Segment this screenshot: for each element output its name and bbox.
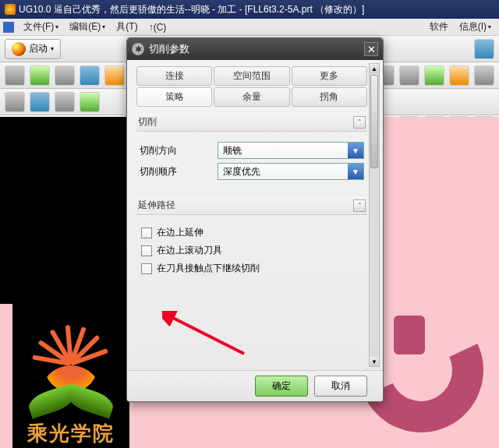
checkbox-icon (141, 263, 152, 274)
section-extend-title: 延伸路径 (138, 199, 175, 212)
cut-direction-select[interactable]: 顺铣 ▼ (218, 142, 364, 159)
menubar: 文件(F)▾ 编辑(E)▾ 具(T) ↑(C) 软件 信息(I)▾ (0, 19, 499, 36)
dialog-footer: 确定 取消 (127, 370, 383, 401)
scroll-thumb[interactable] (370, 75, 378, 168)
menu-software[interactable]: 软件 (425, 19, 453, 35)
cut-order-select[interactable]: 深度优先 ▼ (218, 163, 364, 180)
cutting-params-dialog: ✱ 切削参数 ✕ ▲ ▼ 连接 空间范围 更多 策略 余量 拐角 切削 ˄ (126, 37, 384, 402)
extend-on-edge-label: 在边上延伸 (157, 226, 203, 239)
extend-on-edge-checkbox[interactable]: 在边上延伸 (141, 226, 363, 239)
start-button[interactable]: 启动 ▾ (5, 39, 61, 59)
brand-name: 乘光学院 (27, 420, 115, 447)
dialog-title: 切削参数 (149, 42, 189, 56)
cut-order-value: 深度优先 (223, 165, 260, 178)
tool-button[interactable] (424, 65, 444, 86)
continue-below-contact-checkbox[interactable]: 在刀具接触点下继续切削 (141, 262, 363, 275)
start-label: 启动 (29, 42, 48, 55)
collapse-icon[interactable]: ˄ (353, 199, 366, 212)
close-icon[interactable]: ✕ (364, 42, 378, 56)
scroll-down-icon[interactable]: ▼ (370, 357, 379, 366)
tool-button[interactable] (30, 65, 50, 86)
chevron-down-icon: ▼ (348, 143, 363, 158)
section-cut-title: 切削 (138, 115, 157, 129)
tool-button[interactable] (30, 92, 50, 112)
brand-logo: 乘光学院 (12, 304, 129, 448)
cut-direction-label: 切削方向 (140, 144, 218, 157)
chevron-down-icon: ▼ (348, 164, 363, 179)
tool-button[interactable] (474, 39, 494, 59)
cut-order-label: 切削顺序 (140, 165, 218, 178)
tab-strategy[interactable]: 策略 (136, 87, 212, 107)
section-extend-header[interactable]: 延伸路径 ˄ (136, 196, 367, 215)
menu-file[interactable]: 文件(F)▾ (19, 19, 63, 35)
feature-panel (0, 117, 133, 304)
tool-button[interactable] (80, 65, 100, 86)
tool-button[interactable] (474, 65, 494, 86)
menu-truncated-1[interactable]: 具(T) (111, 19, 142, 35)
section-cut-header[interactable]: 切削 ˄ (136, 113, 367, 132)
start-orb-icon (12, 42, 26, 56)
tab-space-range[interactable]: 空间范围 (214, 66, 289, 86)
tool-button[interactable] (104, 65, 125, 86)
checkbox-icon (141, 228, 152, 238)
tab-connect[interactable]: 连接 (136, 66, 212, 86)
tab-more[interactable]: 更多 (292, 66, 367, 86)
tool-button[interactable] (449, 65, 469, 86)
roll-tool-on-edge-label: 在边上滚动刀具 (157, 244, 222, 257)
app-icon (5, 4, 16, 15)
tabs-row-1: 连接 空间范围 更多 (136, 66, 367, 86)
dialog-scrollbar[interactable]: ▲ ▼ (369, 63, 380, 367)
tool-button[interactable] (399, 65, 419, 86)
tabs-row-2: 策略 余量 拐角 (136, 87, 367, 107)
window-titlebar: UG10.0 逼自己优秀，然后更骄傲的生活--明晓 - 加工 - [FLL6t3… (0, 0, 499, 19)
menu-info[interactable]: 信息(I)▾ (455, 19, 496, 35)
collapse-icon[interactable]: ˄ (353, 116, 366, 129)
continue-below-contact-label: 在刀具接触点下继续切削 (157, 262, 260, 275)
checkbox-icon (141, 245, 152, 256)
scroll-up-icon[interactable]: ▲ (370, 64, 379, 73)
section-extend-path: 延伸路径 ˄ 在边上延伸 在边上滚动刀具 在刀具接触点下继续切削 (136, 196, 367, 286)
cut-direction-value: 顺铣 (223, 144, 242, 157)
tool-button[interactable] (80, 92, 100, 112)
window-title: UG10.0 逼自己优秀，然后更骄傲的生活--明晓 - 加工 - [FLL6t3… (19, 3, 364, 16)
tool-button[interactable] (5, 92, 25, 112)
tab-corner[interactable]: 拐角 (292, 87, 367, 107)
roll-tool-on-edge-checkbox[interactable]: 在边上滚动刀具 (141, 244, 363, 257)
menu-truncated-2[interactable]: ↑(C) (144, 20, 172, 34)
dialog-titlebar[interactable]: ✱ 切削参数 ✕ (127, 38, 383, 60)
tab-allowance[interactable]: 余量 (214, 87, 289, 107)
tool-button[interactable] (55, 65, 75, 86)
tool-button[interactable] (5, 65, 25, 86)
menu-edit[interactable]: 编辑(E)▾ (65, 19, 110, 35)
cancel-button[interactable]: 取消 (314, 376, 367, 397)
tool-button[interactable] (55, 92, 75, 112)
ok-button[interactable]: 确定 (255, 376, 308, 397)
gear-icon: ✱ (132, 43, 144, 55)
section-cut: 切削 ˄ 切削方向 顺铣 ▼ 切削顺序 深度优先 ▼ (136, 113, 367, 190)
menu-marker-icon (3, 22, 14, 33)
